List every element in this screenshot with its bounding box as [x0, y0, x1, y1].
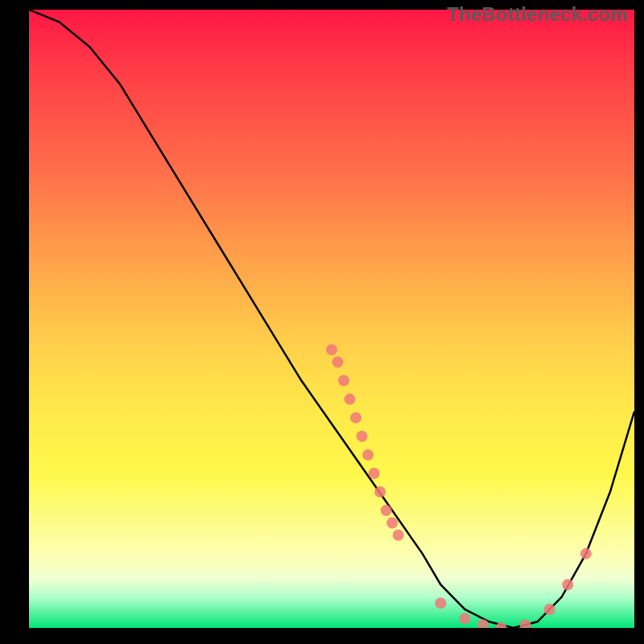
points-group	[326, 344, 592, 628]
data-point	[362, 449, 374, 460]
plot-area	[29, 10, 634, 628]
data-point	[562, 579, 573, 590]
data-point	[544, 604, 555, 615]
data-point	[338, 375, 349, 386]
data-point	[393, 530, 404, 541]
data-point	[326, 344, 337, 355]
data-point	[386, 517, 398, 528]
data-point	[374, 486, 386, 497]
curve-svg	[29, 10, 634, 628]
data-point	[435, 597, 446, 609]
watermark-text: TheBottleneck.com	[447, 3, 628, 26]
bottleneck-curve	[29, 10, 634, 628]
data-point	[381, 505, 392, 516]
data-point	[369, 468, 380, 479]
data-point	[345, 394, 356, 405]
data-point	[350, 412, 361, 423]
data-point	[459, 613, 470, 624]
data-point	[357, 431, 368, 442]
chart-container: TheBottleneck.com	[0, 0, 644, 644]
data-point	[520, 619, 531, 628]
data-point	[580, 548, 592, 559]
data-point	[332, 357, 344, 368]
